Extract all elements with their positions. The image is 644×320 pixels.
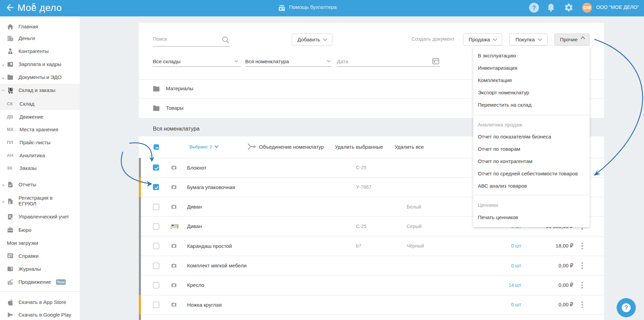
svg-text:₽: ₽ <box>10 38 12 41</box>
svg-text:?: ? <box>532 4 536 11</box>
